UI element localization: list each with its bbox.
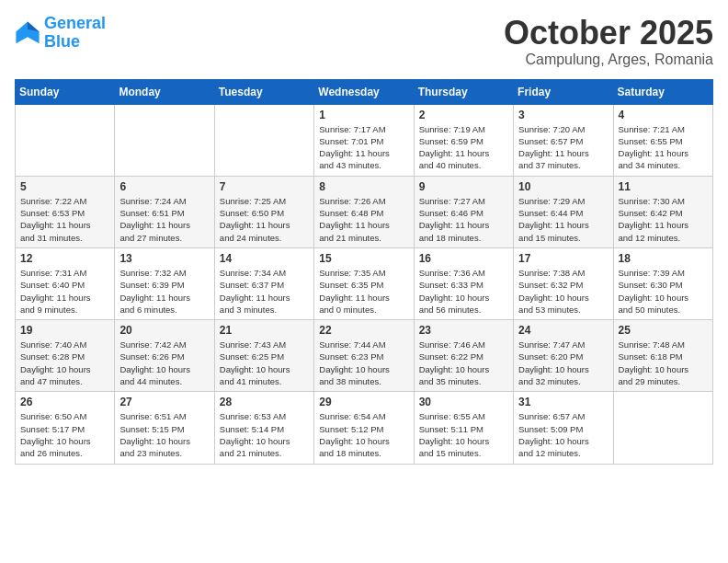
day-info: Sunrise: 7:32 AM Sunset: 6:39 PM Dayligh… xyxy=(119,267,209,316)
calendar-week-row: 26Sunrise: 6:50 AM Sunset: 5:17 PM Dayli… xyxy=(16,392,713,464)
calendar-cell: 12Sunrise: 7:31 AM Sunset: 6:40 PM Dayli… xyxy=(16,247,115,319)
calendar-week-row: 19Sunrise: 7:40 AM Sunset: 6:28 PM Dayli… xyxy=(16,320,713,392)
logo-text: General Blue xyxy=(44,15,106,52)
calendar-cell: 8Sunrise: 7:26 AM Sunset: 6:48 PM Daylig… xyxy=(314,176,414,247)
calendar-cell: 21Sunrise: 7:43 AM Sunset: 6:25 PM Dayli… xyxy=(214,320,313,392)
calendar-cell: 18Sunrise: 7:39 AM Sunset: 6:30 PM Dayli… xyxy=(613,247,712,319)
calendar-cell: 28Sunrise: 6:53 AM Sunset: 5:14 PM Dayli… xyxy=(214,392,313,464)
calendar: SundayMondayTuesdayWednesdayThursdayFrid… xyxy=(15,79,713,465)
logo-line2: Blue xyxy=(44,32,80,51)
calendar-cell: 13Sunrise: 7:32 AM Sunset: 6:39 PM Dayli… xyxy=(115,247,214,319)
day-number: 27 xyxy=(119,396,209,408)
calendar-cell: 29Sunrise: 6:54 AM Sunset: 5:12 PM Dayli… xyxy=(314,392,414,464)
day-info: Sunrise: 7:20 AM Sunset: 6:57 PM Dayligh… xyxy=(518,123,608,172)
calendar-cell: 31Sunrise: 6:57 AM Sunset: 5:09 PM Dayli… xyxy=(514,392,613,464)
calendar-cell xyxy=(613,392,712,464)
day-number: 18 xyxy=(619,252,708,265)
day-info: Sunrise: 7:25 AM Sunset: 6:50 PM Dayligh… xyxy=(220,195,309,244)
day-number: 23 xyxy=(419,324,508,337)
day-number: 2 xyxy=(419,109,508,121)
day-info: Sunrise: 7:26 AM Sunset: 6:48 PM Dayligh… xyxy=(319,195,408,244)
day-info: Sunrise: 7:19 AM Sunset: 6:59 PM Dayligh… xyxy=(419,123,508,172)
day-number: 14 xyxy=(220,252,309,265)
day-info: Sunrise: 7:42 AM Sunset: 6:26 PM Dayligh… xyxy=(119,339,209,387)
calendar-week-row: 12Sunrise: 7:31 AM Sunset: 6:40 PM Dayli… xyxy=(16,247,713,319)
calendar-cell: 15Sunrise: 7:35 AM Sunset: 6:35 PM Dayli… xyxy=(314,247,414,319)
day-info: Sunrise: 7:21 AM Sunset: 6:55 PM Dayligh… xyxy=(619,123,708,172)
calendar-cell xyxy=(214,104,313,176)
calendar-cell: 7Sunrise: 7:25 AM Sunset: 6:50 PM Daylig… xyxy=(214,176,313,247)
day-info: Sunrise: 6:53 AM Sunset: 5:14 PM Dayligh… xyxy=(220,410,309,459)
day-info: Sunrise: 7:43 AM Sunset: 6:25 PM Dayligh… xyxy=(220,339,309,387)
logo-line1: General xyxy=(44,14,106,32)
day-number: 1 xyxy=(319,109,408,121)
day-number: 13 xyxy=(119,252,209,265)
title-block: October 2025 Campulung, Arges, Romania xyxy=(504,15,713,68)
day-info: Sunrise: 7:27 AM Sunset: 6:46 PM Dayligh… xyxy=(419,195,508,244)
day-info: Sunrise: 6:51 AM Sunset: 5:15 PM Dayligh… xyxy=(119,410,209,459)
day-info: Sunrise: 6:57 AM Sunset: 5:09 PM Dayligh… xyxy=(518,410,608,459)
calendar-cell: 26Sunrise: 6:50 AM Sunset: 5:17 PM Dayli… xyxy=(16,392,115,464)
calendar-cell: 4Sunrise: 7:21 AM Sunset: 6:55 PM Daylig… xyxy=(613,104,712,176)
day-number: 3 xyxy=(518,109,608,121)
day-info: Sunrise: 7:38 AM Sunset: 6:32 PM Dayligh… xyxy=(518,267,608,316)
day-info: Sunrise: 7:40 AM Sunset: 6:28 PM Dayligh… xyxy=(20,339,109,387)
day-number: 20 xyxy=(119,324,209,337)
calendar-week-row: 1Sunrise: 7:17 AM Sunset: 7:01 PM Daylig… xyxy=(16,104,713,176)
weekday-header: Wednesday xyxy=(314,79,414,104)
weekday-header: Monday xyxy=(115,79,214,104)
day-number: 22 xyxy=(319,324,408,337)
day-info: Sunrise: 7:34 AM Sunset: 6:37 PM Dayligh… xyxy=(220,267,309,316)
day-number: 8 xyxy=(319,180,408,193)
day-number: 19 xyxy=(20,324,109,337)
day-number: 5 xyxy=(20,180,109,193)
day-number: 17 xyxy=(518,252,608,265)
day-info: Sunrise: 7:24 AM Sunset: 6:51 PM Dayligh… xyxy=(119,195,209,244)
calendar-cell: 1Sunrise: 7:17 AM Sunset: 7:01 PM Daylig… xyxy=(314,104,414,176)
calendar-cell: 22Sunrise: 7:44 AM Sunset: 6:23 PM Dayli… xyxy=(314,320,414,392)
day-number: 31 xyxy=(518,396,608,408)
day-number: 16 xyxy=(419,252,508,265)
weekday-header: Friday xyxy=(514,79,613,104)
logo: General Blue xyxy=(15,15,106,52)
month-title: October 2025 xyxy=(504,15,713,52)
calendar-cell: 17Sunrise: 7:38 AM Sunset: 6:32 PM Dayli… xyxy=(514,247,613,319)
day-info: Sunrise: 7:44 AM Sunset: 6:23 PM Dayligh… xyxy=(319,339,408,387)
calendar-cell: 23Sunrise: 7:46 AM Sunset: 6:22 PM Dayli… xyxy=(414,320,513,392)
page-header: General Blue October 2025 Campulung, Arg… xyxy=(15,15,713,68)
calendar-cell xyxy=(115,104,214,176)
day-info: Sunrise: 6:55 AM Sunset: 5:11 PM Dayligh… xyxy=(419,410,508,459)
day-info: Sunrise: 7:29 AM Sunset: 6:44 PM Dayligh… xyxy=(518,195,608,244)
weekday-header-row: SundayMondayTuesdayWednesdayThursdayFrid… xyxy=(16,79,713,104)
calendar-cell: 14Sunrise: 7:34 AM Sunset: 6:37 PM Dayli… xyxy=(214,247,313,319)
calendar-cell: 3Sunrise: 7:20 AM Sunset: 6:57 PM Daylig… xyxy=(514,104,613,176)
day-number: 11 xyxy=(619,180,708,193)
day-info: Sunrise: 7:46 AM Sunset: 6:22 PM Dayligh… xyxy=(419,339,508,387)
day-number: 28 xyxy=(220,396,309,408)
day-number: 10 xyxy=(518,180,608,193)
calendar-cell: 24Sunrise: 7:47 AM Sunset: 6:20 PM Dayli… xyxy=(514,320,613,392)
day-info: Sunrise: 7:39 AM Sunset: 6:30 PM Dayligh… xyxy=(619,267,708,316)
day-number: 12 xyxy=(20,252,109,265)
day-number: 21 xyxy=(220,324,309,337)
day-number: 24 xyxy=(518,324,608,337)
day-number: 9 xyxy=(419,180,508,193)
day-number: 15 xyxy=(319,252,408,265)
day-number: 7 xyxy=(220,180,309,193)
day-info: Sunrise: 7:35 AM Sunset: 6:35 PM Dayligh… xyxy=(319,267,408,316)
day-number: 6 xyxy=(119,180,209,193)
location: Campulung, Arges, Romania xyxy=(504,52,713,68)
calendar-week-row: 5Sunrise: 7:22 AM Sunset: 6:53 PM Daylig… xyxy=(16,176,713,247)
day-info: Sunrise: 7:17 AM Sunset: 7:01 PM Dayligh… xyxy=(319,123,408,172)
day-info: Sunrise: 6:54 AM Sunset: 5:12 PM Dayligh… xyxy=(319,410,408,459)
day-number: 29 xyxy=(319,396,408,408)
calendar-cell: 11Sunrise: 7:30 AM Sunset: 6:42 PM Dayli… xyxy=(613,176,712,247)
weekday-header: Saturday xyxy=(613,79,712,104)
weekday-header: Thursday xyxy=(414,79,513,104)
weekday-header: Sunday xyxy=(16,79,115,104)
day-info: Sunrise: 7:36 AM Sunset: 6:33 PM Dayligh… xyxy=(419,267,508,316)
day-info: Sunrise: 7:22 AM Sunset: 6:53 PM Dayligh… xyxy=(20,195,109,244)
day-info: Sunrise: 7:31 AM Sunset: 6:40 PM Dayligh… xyxy=(20,267,109,316)
calendar-cell: 20Sunrise: 7:42 AM Sunset: 6:26 PM Dayli… xyxy=(115,320,214,392)
day-number: 4 xyxy=(619,109,708,121)
